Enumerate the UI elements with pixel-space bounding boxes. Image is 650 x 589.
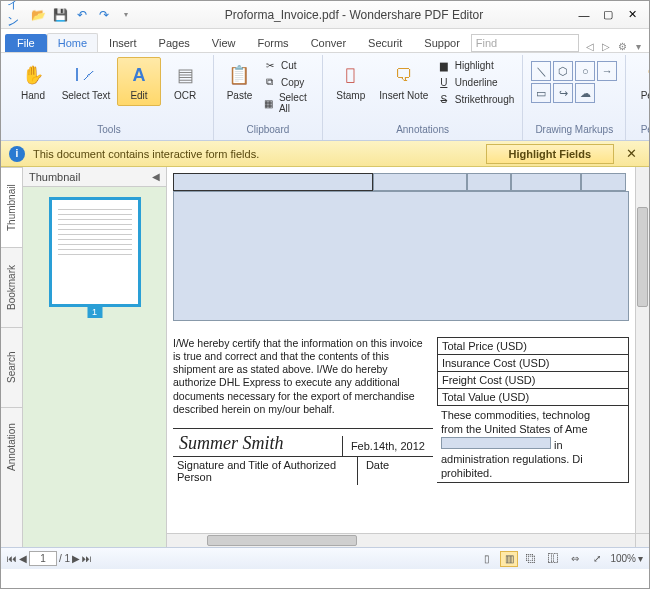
prev-page-icon[interactable]: ◀ — [19, 553, 27, 564]
sidetab-thumbnail[interactable]: Thumbnail — [1, 167, 22, 247]
zoom-control[interactable]: 100% ▾ — [610, 553, 643, 564]
find-next-icon[interactable]: ▷ — [599, 41, 613, 52]
last-page-icon[interactable]: ⏭ — [82, 553, 92, 564]
fit-page-icon[interactable]: ⤢ — [588, 551, 606, 567]
paste-label: Paste — [227, 90, 253, 101]
find-prev-icon[interactable]: ◁ — [583, 41, 597, 52]
total-value-cell: Total Value (USD) — [437, 388, 629, 406]
tab-support[interactable]: Suppor — [413, 33, 470, 52]
find-options-icon[interactable]: ⚙ — [615, 41, 629, 52]
view-continuous-icon[interactable]: ▥ — [500, 551, 518, 567]
insert-note-button[interactable]: 🗨 Insert Note — [375, 57, 433, 106]
horizontal-scrollbar[interactable] — [167, 533, 635, 547]
status-bar: ⏮ ◀ 1 / 1 ▶ ⏭ ▯ ▥ ⿻ ⿲ ⇔ ⤢ 100% ▾ — [1, 547, 649, 569]
close-button[interactable]: ✕ — [621, 6, 643, 24]
group-annotations: ⌷ Stamp 🗨 Insert Note ▆Highlight UUnderl… — [323, 55, 523, 140]
sidetab-search[interactable]: Search — [1, 327, 22, 407]
app-icon: �インフ — [7, 6, 25, 24]
zoom-dropdown-icon[interactable]: ▾ — [638, 553, 643, 564]
save-icon[interactable]: 💾 — [51, 6, 69, 24]
select-text-button[interactable]: I⟋ Select Text — [57, 57, 115, 106]
file-tab[interactable]: File — [5, 34, 47, 52]
highlight-fields-button[interactable]: Highlight Fields — [486, 144, 615, 164]
view-single-icon[interactable]: ▯ — [478, 551, 496, 567]
highlight-button[interactable]: ▆Highlight — [435, 57, 516, 73]
quick-access-toolbar: �インフ 📂 💾 ↶ ↷ ▾ — [7, 6, 135, 24]
cut-button[interactable]: ✂Cut — [261, 57, 316, 73]
line-shape-icon[interactable]: ＼ — [531, 61, 551, 81]
rect-shape-icon[interactable]: ▭ — [531, 83, 551, 103]
stamp-button[interactable]: ⌷ Stamp — [329, 57, 373, 106]
hand-label: Hand — [21, 90, 45, 101]
group-clipboard-label: Clipboard — [220, 124, 316, 138]
connector-shape-icon[interactable]: ↪ — [553, 83, 573, 103]
tab-insert[interactable]: Insert — [98, 33, 148, 52]
signature-name: Summer Smith — [173, 429, 342, 456]
panel-collapse-icon[interactable]: ◀ — [152, 171, 160, 182]
underline-button[interactable]: UUnderline — [435, 74, 516, 90]
open-icon[interactable]: 📂 — [29, 6, 47, 24]
strikethrough-button[interactable]: SStrikethrough — [435, 91, 516, 107]
window-title: Proforma_Invoice.pdf - Wondershare PDF E… — [135, 8, 573, 22]
insert-note-icon: 🗨 — [391, 62, 417, 88]
next-page-icon[interactable]: ▶ — [72, 553, 80, 564]
tab-home[interactable]: Home — [47, 33, 98, 52]
thumbnail-panel-title: Thumbnail — [29, 171, 80, 183]
freight-cell: Freight Cost (USD) — [437, 371, 629, 389]
export-note: These commodities, technolog from the Un… — [437, 405, 629, 483]
circle-shape-icon[interactable]: ○ — [575, 61, 595, 81]
shape-gallery[interactable]: ＼ ⬡ ○ → ▭ ↪ ☁ — [529, 57, 619, 107]
date-label: Date — [357, 457, 433, 485]
hexagon-shape-icon[interactable]: ⬡ — [553, 61, 573, 81]
arrow-shape-icon[interactable]: → — [597, 61, 617, 81]
page-number-input[interactable]: 1 — [29, 551, 57, 566]
view-facing-continuous-icon[interactable]: ⿲ — [544, 551, 562, 567]
tab-view[interactable]: View — [201, 33, 247, 52]
info-message: This document contains interactive form … — [33, 148, 478, 160]
pencil-button[interactable]: ✎ Pencil — [632, 57, 650, 106]
minimize-button[interactable]: — — [573, 6, 595, 24]
fit-width-icon[interactable]: ⇔ — [566, 551, 584, 567]
form-field-large[interactable] — [173, 191, 629, 321]
group-tools: ✋ Hand I⟋ Select Text A Edit ▤ OCR Tools — [5, 55, 214, 140]
undo-icon[interactable]: ↶ — [73, 6, 91, 24]
sidetab-annotation[interactable]: Annotation — [1, 407, 22, 487]
select-all-button[interactable]: ▦Select All — [261, 91, 316, 115]
paste-button[interactable]: 📋 Paste — [220, 57, 259, 106]
stamp-icon: ⌷ — [338, 62, 364, 88]
tab-forms[interactable]: Forms — [246, 33, 299, 52]
cloud-shape-icon[interactable]: ☁ — [575, 83, 595, 103]
find-input[interactable]: Find — [471, 34, 579, 52]
page-thumbnail-1[interactable]: 1 — [49, 197, 141, 307]
tab-convert[interactable]: Conver — [300, 33, 357, 52]
select-text-label: Select Text — [62, 90, 111, 101]
insert-note-label: Insert Note — [379, 90, 428, 101]
view-facing-icon[interactable]: ⿻ — [522, 551, 540, 567]
qat-dropdown-icon[interactable]: ▾ — [117, 6, 135, 24]
hand-button[interactable]: ✋ Hand — [11, 57, 55, 106]
maximize-button[interactable]: ▢ — [597, 6, 619, 24]
copy-button[interactable]: ⧉Copy — [261, 74, 316, 90]
ocr-label: OCR — [174, 90, 196, 101]
group-pencil-label: Pencil — [632, 124, 650, 138]
redo-icon[interactable]: ↷ — [95, 6, 113, 24]
tab-pages[interactable]: Pages — [148, 33, 201, 52]
group-annotations-label: Annotations — [329, 124, 516, 138]
tab-security[interactable]: Securit — [357, 33, 413, 52]
find-dropdown-icon[interactable]: ▾ — [631, 41, 645, 52]
info-close-icon[interactable]: ✕ — [622, 146, 641, 161]
main-area: Thumbnail Bookmark Search Annotation Thu… — [1, 167, 649, 547]
thumb-page-number: 1 — [87, 306, 102, 318]
sidetab-bookmark[interactable]: Bookmark — [1, 247, 22, 327]
stamp-label: Stamp — [336, 90, 365, 101]
first-page-icon[interactable]: ⏮ — [7, 553, 17, 564]
group-drawing: ＼ ⬡ ○ → ▭ ↪ ☁ Drawing Markups — [523, 55, 626, 140]
ocr-button[interactable]: ▤ OCR — [163, 57, 207, 106]
total-price-cell: Total Price (USD) — [437, 337, 629, 355]
document-content[interactable]: I/We hereby certify that the information… — [167, 167, 635, 533]
edit-button[interactable]: A Edit — [117, 57, 161, 106]
select-all-icon: ▦ — [263, 96, 275, 110]
vertical-scrollbar[interactable] — [635, 167, 649, 533]
group-drawing-label: Drawing Markups — [529, 124, 619, 138]
ocr-icon: ▤ — [172, 62, 198, 88]
